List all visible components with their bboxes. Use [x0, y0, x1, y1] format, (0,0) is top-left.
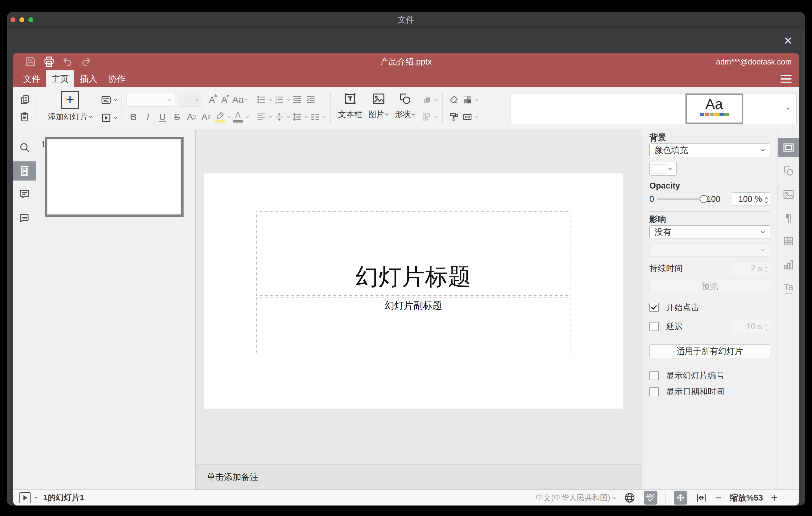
slide-thumbnail[interactable] — [45, 137, 183, 217]
close-icon[interactable]: × — [784, 33, 792, 48]
show-slide-number-row[interactable]: 显示幻灯片编号 — [649, 370, 770, 381]
theme-item-selected[interactable]: Aa — [686, 93, 743, 124]
effect-select[interactable]: 没有 — [649, 225, 770, 239]
insert-image-button[interactable]: 图片 — [368, 87, 389, 120]
chevron-down-icon[interactable] — [434, 97, 438, 101]
change-case-button[interactable]: Aa — [230, 92, 250, 107]
background-color-picker[interactable] — [649, 162, 676, 176]
chevron-down-icon[interactable] — [114, 115, 117, 119]
chevron-down-icon[interactable] — [227, 114, 231, 118]
insert-textbox-button[interactable]: 文本框 — [338, 87, 362, 120]
italic-button[interactable]: I — [141, 110, 155, 124]
clear-style-button[interactable] — [447, 92, 461, 107]
slide-size-button[interactable] — [461, 110, 474, 124]
insert-shape-button[interactable]: 形状 — [395, 87, 415, 120]
increase-font-button[interactable]: A — [206, 92, 218, 107]
chat-tool[interactable] — [13, 208, 36, 227]
slider-thumb[interactable] — [700, 195, 708, 203]
decrease-indent-button[interactable] — [290, 92, 304, 107]
chevron-down-icon[interactable] — [322, 114, 326, 118]
increase-indent-button[interactable] — [304, 92, 317, 107]
chevron-down-icon[interactable] — [89, 114, 92, 118]
tab-home[interactable]: 主页 — [46, 70, 74, 87]
theme-gallery-expand-button[interactable] — [779, 93, 796, 124]
add-slide-icon[interactable]: + — [61, 91, 79, 109]
vertical-align-button[interactable] — [272, 110, 286, 124]
theme-item[interactable] — [743, 93, 779, 124]
search-tool[interactable] — [13, 138, 36, 157]
fit-slide-button[interactable] — [674, 491, 687, 505]
chevron-down-icon[interactable] — [287, 97, 290, 101]
font-color-button[interactable]: A — [231, 110, 245, 124]
slide[interactable]: 幻灯片标题 幻灯片副标题 — [204, 173, 623, 409]
decrease-font-button[interactable]: A — [218, 92, 230, 107]
language-selector[interactable]: 中文(中华人民共和国) — [535, 492, 615, 503]
theme-item[interactable] — [511, 93, 569, 124]
start-on-click-row[interactable]: 开始点击 — [649, 302, 770, 313]
spellcheck-toggle[interactable]: ABC — [644, 491, 658, 505]
tab-file[interactable]: 文件 — [18, 70, 46, 87]
highlight-color-button[interactable] — [213, 110, 227, 124]
fit-width-button[interactable] — [695, 492, 707, 504]
chevron-down-icon[interactable] — [245, 114, 249, 118]
notes-area[interactable]: 单击添加备注 — [196, 464, 642, 489]
copy-button[interactable] — [18, 92, 32, 107]
theme-item[interactable] — [627, 93, 686, 124]
zoom-in-button[interactable]: + — [771, 492, 778, 503]
chevron-down-icon[interactable] — [385, 112, 388, 115]
chevron-down-icon[interactable] — [475, 114, 478, 118]
tab-collaboration[interactable]: 协作 — [103, 70, 131, 87]
show-date-time-row[interactable]: 显示日期和时间 — [649, 386, 770, 397]
chevron-down-icon[interactable] — [475, 97, 478, 101]
chevron-down-icon[interactable] — [304, 114, 308, 118]
start-slideshow-button[interactable] — [99, 111, 113, 125]
bold-button[interactable]: B — [126, 110, 141, 124]
delay-row[interactable]: 延迟 10 s — [649, 320, 770, 333]
slide-workspace[interactable]: 幻灯片标题 幻灯片副标题 — [196, 130, 642, 464]
title-placeholder[interactable]: 幻灯片标题 — [256, 211, 571, 296]
slide-settings-tool[interactable] — [778, 138, 799, 157]
numbering-button[interactable]: 123 — [272, 92, 286, 107]
delay-checkbox[interactable] — [649, 322, 659, 331]
opacity-slider[interactable] — [657, 198, 704, 200]
align-shape-button[interactable] — [420, 110, 434, 124]
chevron-down-icon[interactable] — [269, 114, 272, 118]
paste-button[interactable] — [18, 110, 32, 124]
font-name-select[interactable] — [126, 93, 175, 107]
columns-button[interactable] — [308, 110, 322, 124]
copy-style-button[interactable] — [447, 110, 461, 124]
show-date-time-checkbox[interactable] — [649, 387, 659, 396]
strikeout-button[interactable]: S — [170, 110, 184, 124]
arrange-shape-button[interactable] — [420, 92, 434, 107]
zoom-out-button[interactable]: − — [715, 492, 722, 503]
font-size-select[interactable] — [178, 93, 202, 107]
chevron-down-icon[interactable] — [34, 496, 38, 499]
tab-insert[interactable]: 插入 — [74, 70, 103, 87]
theme-item[interactable] — [569, 93, 628, 124]
chevron-down-icon[interactable] — [287, 114, 290, 118]
start-preview-button[interactable] — [20, 492, 31, 503]
subtitle-placeholder[interactable]: 幻灯片副标题 — [256, 297, 571, 354]
underline-button[interactable]: U — [155, 110, 170, 124]
set-language-button[interactable] — [624, 492, 636, 504]
line-spacing-button[interactable] — [290, 110, 304, 124]
chevron-down-icon[interactable] — [269, 97, 272, 101]
spinner-down-icon[interactable] — [765, 200, 768, 203]
superscript-button[interactable]: A2 — [184, 110, 199, 124]
background-fill-select[interactable]: 颜色填充 — [649, 144, 770, 157]
start-on-click-checkbox[interactable] — [649, 303, 659, 312]
chevron-down-icon[interactable] — [244, 97, 248, 101]
comments-tool[interactable] — [13, 185, 36, 204]
chevron-down-icon[interactable] — [434, 114, 438, 118]
change-layout-button[interactable] — [99, 93, 113, 107]
show-slide-number-checkbox[interactable] — [649, 371, 659, 380]
opacity-spinner[interactable]: 100 % — [732, 192, 770, 206]
color-scheme-button[interactable] — [461, 92, 474, 107]
bullets-button[interactable] — [255, 92, 268, 107]
add-slide-button[interactable]: + 添加幻灯片 — [41, 91, 99, 127]
chevron-down-icon[interactable] — [411, 112, 415, 115]
chevron-down-icon[interactable] — [114, 97, 117, 101]
subscript-button[interactable]: A2 — [199, 110, 213, 124]
horizontal-align-button[interactable] — [255, 110, 268, 124]
spinner-up-icon[interactable] — [765, 197, 768, 200]
